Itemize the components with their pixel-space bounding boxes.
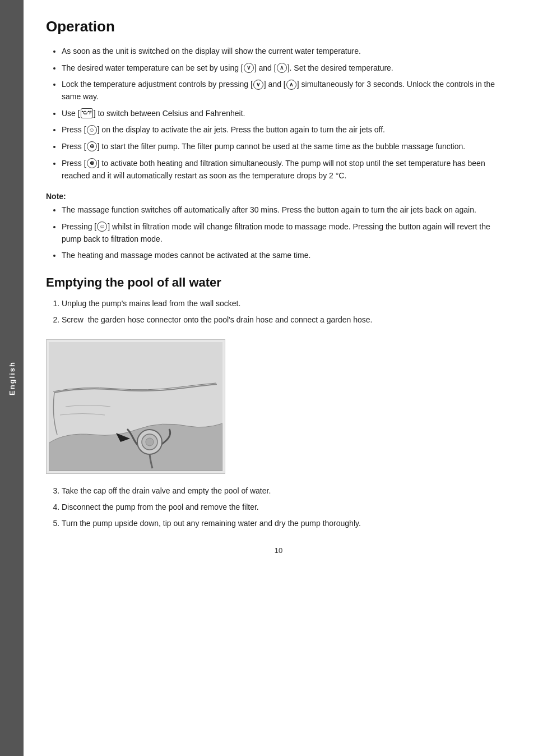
page-title: Operation <box>46 18 511 35</box>
list-item: Turn the pump upside down, tip out any r… <box>62 518 511 530</box>
celsius-fahrenheit-icon: ℃/℉ <box>81 108 93 118</box>
section2-title: Emptying the pool of all water <box>46 275 511 290</box>
main-content: Operation As soon as the unit is switche… <box>24 0 538 756</box>
list-item: Unplug the pump's mains lead from the wa… <box>62 298 511 310</box>
up-arrow-icon: ∧ <box>277 63 287 73</box>
note-list-item: The heating and massage modes cannot be … <box>62 250 511 262</box>
bullet-text: Press [⊗] to activate both heating and f… <box>62 159 485 180</box>
pool-drain-diagram <box>49 342 222 471</box>
down-arrow-icon: ∨ <box>244 63 254 73</box>
note-label: Note: <box>46 192 511 201</box>
down-icon: ∨ <box>253 80 263 90</box>
sidebar: English <box>0 0 24 756</box>
list-item: Take the cap off the drain valve and emp… <box>62 485 511 497</box>
list-item: Press [⊗] to activate both heating and f… <box>62 158 511 182</box>
bullet-text: Press [⊕] to start the filter pump. The … <box>62 142 465 151</box>
air-jets-icon: ☺ <box>87 125 97 135</box>
list-item: As soon as the unit is switched on the d… <box>62 45 511 58</box>
sidebar-language-label: English <box>8 361 16 395</box>
step-text: Take the cap off the drain valve and emp… <box>62 486 271 495</box>
step-text: Turn the pump upside down, tip out any r… <box>62 519 361 528</box>
filter-pump-icon: ⊕ <box>87 141 97 151</box>
emptying-steps-list: Unplug the pump's mains lead from the wa… <box>46 298 511 326</box>
note-bullet-text: The massage function switches off automa… <box>62 205 476 214</box>
step-text: Unplug the pump's mains lead from the wa… <box>62 299 240 308</box>
list-item: Lock the temperature adjustment controls… <box>62 79 511 103</box>
heating-filtration-icon: ⊗ <box>87 158 97 168</box>
note-list-item: Pressing [☺] whilst in filtration mode w… <box>62 221 511 245</box>
step-text: Disconnect the pump from the pool and re… <box>62 503 259 511</box>
note-bullet-text: The heating and massage modes cannot be … <box>62 251 310 260</box>
bullet-text: Use [℃/℉] to switch between Celsius and … <box>62 109 245 118</box>
page-wrapper: English Operation As soon as the unit is… <box>0 0 538 756</box>
list-item: Screw the garden hose connector onto the… <box>62 314 511 326</box>
list-item: Press [☺] on the display to activate the… <box>62 124 511 136</box>
operation-list: As soon as the unit is switched on the d… <box>46 45 511 182</box>
svg-point-3 <box>146 438 154 446</box>
list-item: Use [℃/℉] to switch between Celsius and … <box>62 108 511 120</box>
massage-mode-icon: ☺ <box>97 222 107 232</box>
bullet-text: As soon as the unit is switched on the d… <box>62 47 361 56</box>
emptying-steps-list-continued: Take the cap off the drain valve and emp… <box>46 485 511 529</box>
page-number: 10 <box>46 546 511 555</box>
note-list: The massage function switches off automa… <box>46 204 511 262</box>
list-item: Disconnect the pump from the pool and re… <box>62 501 511 514</box>
bullet-text: Lock the temperature adjustment controls… <box>62 80 495 101</box>
note-bullet-text: Pressing [☺] whilst in filtration mode w… <box>62 222 490 243</box>
list-item: Press [⊕] to start the filter pump. The … <box>62 141 511 153</box>
bullet-text: The desired water temperature can be set… <box>62 63 393 72</box>
list-item: The desired water temperature can be set… <box>62 62 511 75</box>
section-break: Emptying the pool of all water <box>46 275 511 290</box>
up-icon: ∧ <box>286 80 296 90</box>
diagram <box>46 339 225 474</box>
note-list-item: The massage function switches off automa… <box>62 204 511 216</box>
bullet-text: Press [☺] on the display to activate the… <box>62 125 385 134</box>
step-text: Screw the garden hose connector onto the… <box>62 315 373 324</box>
